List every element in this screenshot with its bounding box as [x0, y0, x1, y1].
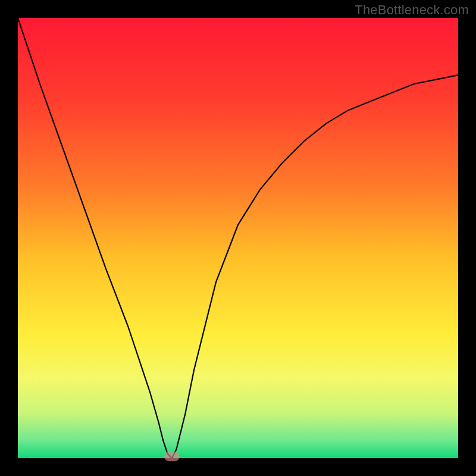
- optimal-point-marker: [164, 452, 180, 461]
- chart-frame: TheBottleneck.com: [0, 0, 476, 476]
- plot-area: [18, 18, 458, 458]
- chart-svg: [18, 18, 458, 458]
- gradient-background: [18, 18, 458, 458]
- watermark-text: TheBottleneck.com: [355, 2, 469, 18]
